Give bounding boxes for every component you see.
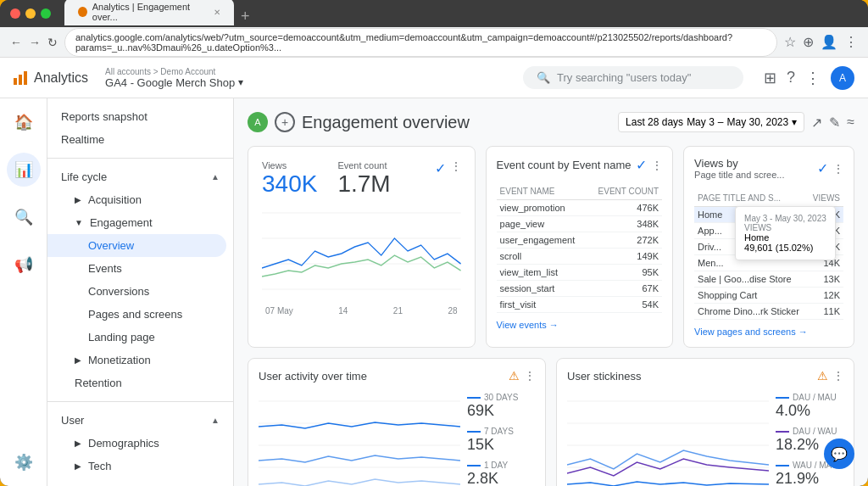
views-by-subtitle: Page title and scree... — [694, 170, 784, 180]
chevron-right-icon4: ▶ — [75, 461, 81, 471]
date-to: May 30, 2023 — [727, 116, 789, 128]
settings-icon-btn[interactable]: ⚙️ — [7, 445, 41, 479]
chevron-right-icon3: ▶ — [75, 439, 81, 448]
sidebar-item-pages-screens[interactable]: Pages and screens — [47, 303, 226, 326]
table-row: view_promotion476K — [497, 200, 662, 216]
event-more-icon[interactable]: ⋮ — [652, 159, 662, 171]
views-label: Views — [262, 160, 317, 170]
sidebar-item-landing-page[interactable]: Landing page — [47, 326, 226, 349]
sidebar-item-lifecycle[interactable]: Life cycle ▲ — [47, 165, 233, 188]
forward-btn[interactable]: → — [29, 36, 41, 49]
sidebar-label-user: User — [61, 414, 84, 427]
date-range-label: Last 28 days — [626, 116, 683, 128]
stickiness-warning-icon: ⚠ — [817, 369, 828, 383]
grid-icon[interactable]: ⊞ — [764, 69, 776, 87]
user-activity-chart — [259, 393, 460, 486]
page-title: Engagement overview — [302, 113, 470, 132]
sidebar-item-demographics[interactable]: ▶ Demographics — [47, 432, 226, 455]
sidebar-label-overview: Overview — [88, 239, 134, 252]
views-value: 340K — [262, 170, 317, 198]
legend-dau-mau-value: 4.0% — [776, 402, 843, 420]
stickiness-chart — [567, 393, 769, 486]
views-check-icon: ✓ — [435, 160, 446, 176]
property-name: GA4 - Google Merch Shop — [105, 76, 235, 89]
sidebar-item-reports-snapshot[interactable]: Reports snapshot — [47, 105, 226, 128]
property-dropdown-icon[interactable]: ▾ — [238, 76, 243, 88]
event-count-value: 1.7M — [337, 170, 390, 198]
edit-icon[interactable]: ✎ — [829, 115, 840, 131]
sidebar-label-landing-page: Landing page — [88, 331, 155, 344]
tab-favicon — [78, 7, 87, 17]
advertise-icon-btn[interactable]: 📢 — [7, 248, 41, 282]
browser-tab[interactable]: Analytics | Engagement over... ✕ — [64, 0, 234, 25]
chevron-right-icon2: ▶ — [75, 355, 81, 365]
sidebar-label-reports-snapshot: Reports snapshot — [61, 110, 147, 123]
explore-icon-btn[interactable]: 🔍 — [7, 200, 41, 234]
account-icon[interactable]: 👤 — [821, 34, 837, 50]
tooltip-label: VIEWS — [744, 223, 826, 232]
event-count-label: Event count — [337, 160, 390, 170]
help-icon[interactable]: ? — [787, 69, 795, 87]
reports-icon-btn[interactable]: 📊 — [7, 153, 41, 187]
chevron-right-icon: ▶ — [75, 195, 81, 204]
sidebar-item-engagement[interactable]: ▼ Engagement — [47, 211, 226, 234]
home-icon-btn[interactable]: 🏠 — [7, 105, 41, 139]
bookmark-icon[interactable]: ☆ — [784, 34, 796, 50]
sidebar-label-monetization: Monetization — [88, 354, 151, 366]
view-events-link[interactable]: View events → — [497, 320, 662, 330]
tooltip: May 3 - May 30, 2023 VIEWS Home 49,601 (… — [735, 206, 836, 260]
legend-30d-value: 69K — [467, 402, 535, 420]
date-from: May 3 — [687, 116, 715, 128]
new-tab-btn[interactable]: + — [241, 8, 250, 25]
table-row: Sale | Goo...dise Store13K — [694, 271, 843, 288]
chat-bubble-btn[interactable]: 💬 — [824, 439, 854, 469]
sidebar-label-events: Events — [88, 262, 122, 275]
sidebar-label-acquisition: Acquisition — [88, 193, 142, 206]
sidebar-item-overview[interactable]: Overview — [47, 234, 226, 257]
sidebar-item-acquisition[interactable]: ▶ Acquisition — [47, 188, 226, 211]
tab-label: Analytics | Engagement over... — [92, 2, 205, 22]
sidebar-label-retention: Retention — [75, 377, 122, 389]
refresh-btn[interactable]: ↻ — [47, 36, 58, 49]
table-row: view_item_list95K — [497, 265, 662, 281]
sidebar-item-realtime[interactable]: Realtime — [47, 128, 226, 151]
date-dropdown-icon[interactable]: ▾ — [792, 116, 797, 128]
tab-close-btn[interactable]: ✕ — [214, 8, 220, 17]
sidebar-item-retention[interactable]: Retention — [47, 371, 226, 394]
legend-1d-value: 2.8K — [467, 470, 535, 486]
sidebar-nav: Reports snapshot Realtime Life cycle ▲ ▶… — [47, 98, 234, 486]
search-box[interactable]: 🔍 Try searching "users today" — [523, 66, 743, 89]
sidebar-item-conversions[interactable]: Conversions — [47, 280, 226, 303]
search-icon: 🔍 — [537, 71, 550, 84]
view-pages-link[interactable]: View pages and screens → — [694, 327, 843, 337]
views-by-col1-header: PAGE TITLE AND S... — [694, 190, 808, 207]
property-selector[interactable]: GA4 - Google Merch Shop ▾ — [105, 76, 243, 89]
date-range-selector[interactable]: Last 28 days May 3 – May 30, 2023 ▾ — [618, 112, 804, 132]
share-icon[interactable]: ↗ — [811, 115, 822, 131]
sidebar-label-realtime: Realtime — [61, 133, 104, 146]
stickiness-more-icon[interactable]: ⋮ — [833, 370, 843, 382]
more-vert-icon[interactable]: ⋮ — [805, 69, 821, 87]
back-btn[interactable]: ← — [10, 36, 22, 49]
add-comparison-btn[interactable]: + — [275, 112, 295, 132]
sidebar-icon-rail: 🏠 📊 🔍 📢 ⚙️ — [0, 98, 47, 486]
breadcrumb: All accounts > Demo Account — [105, 67, 243, 76]
tooltip-page: Home — [744, 232, 826, 243]
user-initial-circle: A — [248, 112, 268, 132]
analytics-logo: Analytics — [14, 70, 88, 86]
user-avatar[interactable]: A — [831, 66, 854, 90]
views-more-icon[interactable]: ⋮ — [451, 160, 461, 172]
views-by-more-icon[interactable]: ⋮ — [833, 163, 843, 175]
extension-icon[interactable]: ⊕ — [803, 34, 814, 50]
sidebar-item-events[interactable]: Events — [47, 257, 226, 280]
views-by-check-icon: ✓ — [817, 160, 828, 176]
insights-icon[interactable]: ≈ — [847, 115, 854, 130]
sidebar-item-tech[interactable]: ▶ Tech — [47, 455, 226, 478]
user-activity-more-icon[interactable]: ⋮ — [525, 370, 535, 382]
sidebar-item-monetization[interactable]: ▶ Monetization — [47, 349, 226, 371]
table-row: Shopping Cart12K — [694, 288, 843, 304]
sidebar-item-user[interactable]: User ▲ — [47, 409, 233, 432]
address-bar-input[interactable]: analytics.google.com/analytics/web/?utm_… — [64, 28, 777, 57]
menu-icon[interactable]: ⋮ — [844, 34, 858, 50]
table-row: first_visit54K — [497, 297, 662, 313]
